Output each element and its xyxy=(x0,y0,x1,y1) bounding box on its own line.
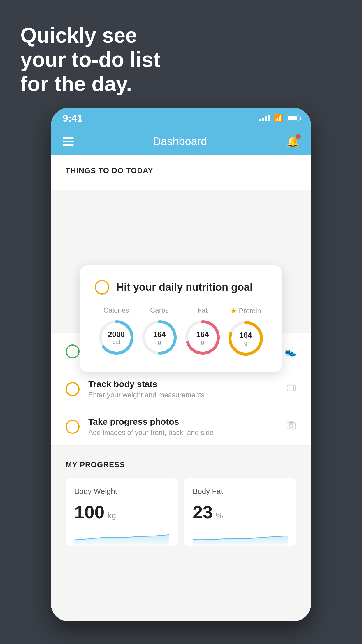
todo-circle-photos xyxy=(66,420,80,434)
star-icon: ★ xyxy=(230,306,237,315)
protein-label-row: ★ Protein xyxy=(230,306,261,315)
nav-title: Dashboard xyxy=(153,135,207,148)
fat-unit: g xyxy=(196,338,209,345)
hero-line1: Quickly see xyxy=(20,23,160,48)
fat-value: 164 xyxy=(196,330,209,339)
menu-button[interactable] xyxy=(63,137,74,146)
protein-stat: ★ Protein 164 g xyxy=(227,306,265,357)
svg-point-13 xyxy=(289,424,293,428)
body-weight-card[interactable]: Body Weight 100 kg xyxy=(66,478,178,546)
protein-unit: g xyxy=(239,339,252,346)
card-title: Hit your daily nutrition goal xyxy=(116,281,253,293)
card-header: Hit your daily nutrition goal xyxy=(95,280,267,295)
body-weight-value-row: 100 kg xyxy=(74,502,169,522)
nav-bar: Dashboard 🔔 xyxy=(51,128,311,155)
body-weight-chart xyxy=(74,528,169,546)
protein-value: 164 xyxy=(239,331,252,340)
phone-frame: 9:41 📶 Dashboard 🔔 xyxy=(51,108,311,621)
protein-label: Protein xyxy=(239,307,261,315)
calories-value: 2000 xyxy=(108,330,125,339)
todo-subtitle-photos: Add images of your front, back, and side xyxy=(88,428,277,437)
body-fat-card[interactable]: Body Fat 23 % xyxy=(184,478,296,546)
body-weight-label: Body Weight xyxy=(74,487,169,496)
fat-label: Fat xyxy=(198,306,208,314)
svg-rect-12 xyxy=(287,423,296,429)
body-fat-value-row: 23 % xyxy=(193,502,288,522)
carbs-unit: g xyxy=(153,338,166,345)
body-weight-unit: kg xyxy=(107,511,116,520)
body-fat-value: 23 xyxy=(193,502,213,522)
hero-line3: for the day. xyxy=(20,72,160,96)
fat-stat: Fat 164 g xyxy=(184,306,222,356)
calories-label: Calories xyxy=(103,306,129,314)
body-weight-value: 100 xyxy=(74,502,104,522)
carbs-label: Carbs xyxy=(150,306,169,314)
status-time: 9:41 xyxy=(63,113,82,124)
carbs-donut: 164 g xyxy=(140,318,178,356)
notification-bell-button[interactable]: 🔔 xyxy=(286,135,299,148)
todo-title-body-stats: Track body stats xyxy=(88,379,277,389)
phone-content: THINGS TO DO TODAY Hit your daily nutrit… xyxy=(51,155,311,621)
hero-text: Quickly see your to-do list for the day. xyxy=(20,23,160,96)
todo-item-body-stats[interactable]: Track body stats Enter your weight and m… xyxy=(51,370,311,408)
calories-donut: 2000 cal xyxy=(97,318,135,356)
progress-cards: Body Weight 100 kg xyxy=(66,478,296,546)
things-section: THINGS TO DO TODAY xyxy=(51,155,311,190)
things-section-title: THINGS TO DO TODAY xyxy=(66,166,296,175)
notification-dot xyxy=(296,134,301,139)
status-bar: 9:41 📶 xyxy=(51,108,311,128)
shoe-icon: 👟 xyxy=(285,346,296,357)
todo-text-body-stats: Track body stats Enter your weight and m… xyxy=(88,379,277,399)
body-fat-unit: % xyxy=(216,511,223,520)
signal-icon xyxy=(259,115,270,121)
protein-donut: 164 g xyxy=(227,319,265,357)
hero-line2: your to-do list xyxy=(20,48,160,72)
todo-circle-body-stats xyxy=(66,382,80,396)
body-fat-chart xyxy=(193,528,288,546)
nutrition-stats: Calories 2000 cal Carbs xyxy=(95,306,267,357)
fat-donut: 164 g xyxy=(184,318,222,356)
battery-icon xyxy=(287,115,299,121)
carbs-stat: Carbs 164 g xyxy=(140,306,178,356)
nutrition-card: Hit your daily nutrition goal Calories 2… xyxy=(80,265,282,372)
wifi-icon: 📶 xyxy=(274,114,283,123)
photo-icon xyxy=(286,420,296,433)
progress-section: MY PROGRESS Body Weight 100 kg xyxy=(51,446,311,557)
calories-stat: Calories 2000 cal xyxy=(97,306,135,356)
card-indicator xyxy=(95,280,109,295)
progress-title: MY PROGRESS xyxy=(66,460,296,469)
calories-unit: cal xyxy=(108,338,125,345)
todo-subtitle-body-stats: Enter your weight and measurements xyxy=(88,391,277,399)
scale-icon xyxy=(286,383,296,396)
body-fat-label: Body Fat xyxy=(193,487,288,496)
todo-circle-running xyxy=(66,344,80,358)
todo-item-photos[interactable]: Take progress photos Add images of your … xyxy=(51,408,311,446)
status-icons: 📶 xyxy=(259,114,299,123)
todo-text-photos: Take progress photos Add images of your … xyxy=(88,417,277,437)
carbs-value: 164 xyxy=(153,330,166,339)
todo-title-photos: Take progress photos xyxy=(88,417,277,427)
